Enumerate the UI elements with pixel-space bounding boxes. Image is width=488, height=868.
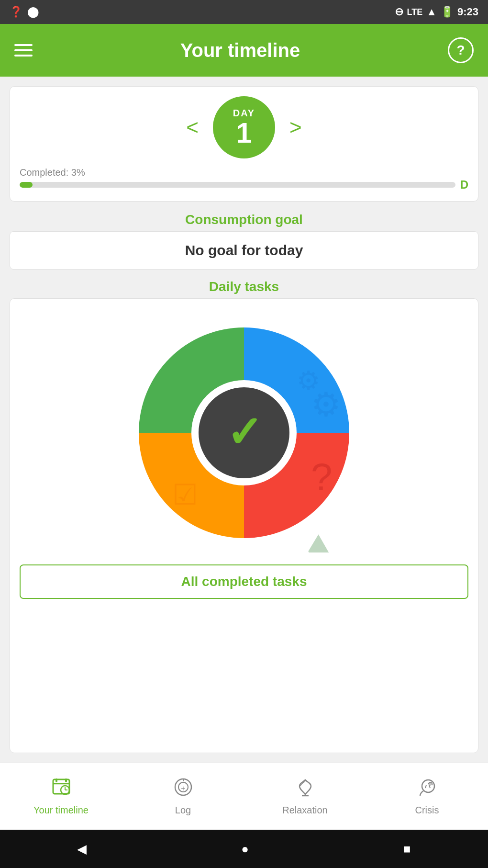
nav-item-relaxation[interactable]: Relaxation <box>244 763 366 830</box>
recents-button[interactable]: ■ <box>403 842 411 857</box>
svg-point-15 <box>422 780 434 792</box>
relaxation-icon <box>296 778 315 801</box>
signal-icon: ▲ <box>426 6 437 18</box>
progress-label: Completed: 3% <box>20 167 85 178</box>
goal-text: No goal for today <box>185 242 303 258</box>
nav-item-log[interactable]: + Log <box>122 763 244 830</box>
checkmark-icon: ✓ <box>226 408 262 456</box>
app-header: Your timeline ? <box>0 24 488 77</box>
status-bar-left: ❓ ⬤ <box>10 6 39 18</box>
day-circle: DAY 1 <box>213 96 275 158</box>
exercise-icon <box>288 534 349 552</box>
goal-box: No goal for today <box>10 231 478 270</box>
all-completed-button[interactable]: All completed tasks <box>20 564 468 599</box>
pie-svg: ✓ ⚙ ⚙ ? ☑ <box>124 313 364 552</box>
crisis-question-icon: ? <box>311 456 333 498</box>
clock: 9:23 <box>457 6 478 18</box>
daily-tasks-label: Daily tasks <box>10 279 478 294</box>
svg-rect-5 <box>55 778 57 782</box>
log-nav-label: Log <box>175 805 191 816</box>
timeline-nav-label: Your timeline <box>33 805 89 816</box>
progress-bar-fill <box>20 182 33 188</box>
log-icon: + <box>174 778 193 801</box>
tasks-card: ✓ ⚙ ⚙ ? ☑ All completed <box>10 298 478 753</box>
status-bar-right: ⊖ LTE ▲ 🔋 9:23 <box>395 6 479 18</box>
page-title: Your timeline <box>180 40 300 61</box>
wifi-icon: ❓ <box>10 6 22 18</box>
svg-line-17 <box>425 785 426 788</box>
system-navigation: ◀ ● ■ <box>0 830 488 868</box>
svg-text:☑: ☑ <box>172 479 198 511</box>
relaxation-checklist-icon: ☑ <box>172 479 198 511</box>
crisis-icon <box>418 778 437 801</box>
svg-text:+: + <box>181 784 185 792</box>
day-number: 1 <box>236 119 252 147</box>
status-bar: ❓ ⬤ ⊖ LTE ▲ 🔋 9:23 <box>0 0 488 24</box>
svg-rect-6 <box>65 778 67 782</box>
day-navigation: < DAY 1 > <box>20 96 468 158</box>
sync-icon: ⬤ <box>27 6 39 18</box>
main-content: < DAY 1 > Completed: 3% D Consumption go… <box>0 77 488 763</box>
progress-bar-background <box>20 182 455 188</box>
timeline-icon <box>52 778 71 801</box>
prev-day-button[interactable]: < <box>186 117 199 138</box>
menu-button[interactable] <box>14 44 33 56</box>
nav-item-crisis[interactable]: Crisis <box>366 763 488 830</box>
back-button[interactable]: ◀ <box>77 842 87 857</box>
progress-bar-container: D <box>20 178 468 192</box>
home-button[interactable]: ● <box>241 842 249 857</box>
progress-end-label: D <box>460 178 468 192</box>
do-not-disturb-icon: ⊖ <box>395 6 403 18</box>
progress-area: Completed: 3% D <box>20 167 468 192</box>
help-button[interactable]: ? <box>448 37 474 63</box>
crisis-nav-label: Crisis <box>415 805 439 816</box>
svg-text:⚙: ⚙ <box>311 386 341 423</box>
nav-item-timeline[interactable]: Your timeline <box>0 763 122 830</box>
day-card: < DAY 1 > Completed: 3% D <box>10 86 478 202</box>
battery-icon: 🔋 <box>441 6 454 18</box>
consumption-goal-label: Consumption goal <box>10 212 478 227</box>
tasks-pie-chart[interactable]: ✓ ⚙ ⚙ ? ☑ <box>124 313 364 552</box>
relaxation-nav-label: Relaxation <box>282 805 328 816</box>
bottom-navigation: Your timeline + Log Relaxation <box>0 763 488 830</box>
lte-icon: LTE <box>407 7 423 17</box>
next-day-button[interactable]: > <box>289 117 302 138</box>
